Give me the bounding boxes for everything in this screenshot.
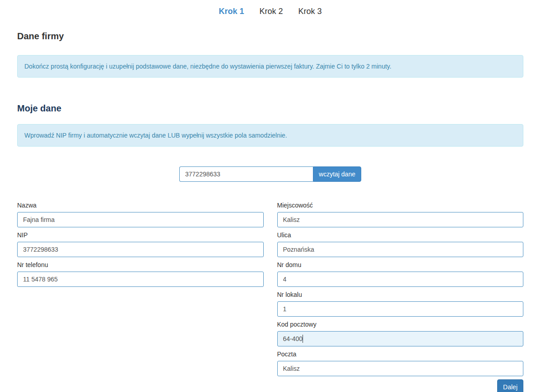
- field-nr-lokalu: Nr lokalu: [277, 290, 524, 317]
- kod-pocztowy-label: Kod pocztowy: [277, 320, 524, 329]
- nr-lokalu-input[interactable]: [277, 301, 524, 317]
- nip-input[interactable]: [17, 242, 264, 257]
- field-ulica: Ulica: [277, 231, 524, 257]
- nazwa-label: Nazwa: [17, 201, 264, 210]
- nip-input-group: wczytaj dane: [179, 166, 361, 182]
- form-actions: Dalej: [277, 379, 524, 392]
- nr-domu-label: Nr domu: [277, 260, 524, 269]
- tab-step-1[interactable]: Krok 1: [219, 7, 244, 16]
- setup-wizard-page: Krok 1 Krok 2 Krok 3 Dane firmy Dokończ …: [17, 0, 523, 392]
- ulica-label: Ulica: [277, 231, 524, 240]
- text-caret: [303, 335, 303, 343]
- nip-loader-row: wczytaj dane: [17, 166, 523, 182]
- nip-info-alert: Wprowadź NIP firmy i automatycznie wczyt…: [17, 124, 523, 147]
- field-nr-telefonu: Nr telefonu: [17, 260, 264, 287]
- ulica-input[interactable]: [277, 242, 524, 257]
- nr-lokalu-label: Nr lokalu: [277, 290, 524, 299]
- nip-lookup-input[interactable]: [179, 166, 313, 182]
- nr-domu-input[interactable]: [277, 272, 524, 287]
- field-nip: NIP: [17, 231, 264, 257]
- nr-telefonu-input[interactable]: [17, 272, 264, 287]
- my-data-section-title: Moje dane: [17, 103, 523, 114]
- field-miejscowosc: Miejscowość: [277, 201, 524, 227]
- tab-step-2[interactable]: Krok 2: [259, 7, 283, 16]
- field-nazwa: Nazwa: [17, 201, 264, 227]
- field-kod-pocztowy: Kod pocztowy: [277, 320, 524, 346]
- field-poczta: Poczta: [277, 350, 524, 376]
- miejscowosc-input[interactable]: [277, 212, 524, 227]
- poczta-label: Poczta: [277, 350, 524, 359]
- company-data-form: Nazwa NIP Nr telefonu Miejscowość: [17, 201, 523, 392]
- company-info-alert: Dokończ prostą konfigurację i uzupełnij …: [17, 55, 523, 78]
- kod-pocztowy-input[interactable]: [277, 331, 524, 346]
- nr-telefonu-label: Nr telefonu: [17, 260, 264, 269]
- form-left-column: Nazwa NIP Nr telefonu: [17, 201, 264, 392]
- poczta-input[interactable]: [277, 361, 524, 376]
- tab-step-3[interactable]: Krok 3: [298, 7, 322, 16]
- load-data-button[interactable]: wczytaj dane: [313, 166, 361, 182]
- next-button[interactable]: Dalej: [497, 379, 523, 392]
- field-nr-domu: Nr domu: [277, 260, 524, 287]
- company-section-title: Dane firmy: [17, 31, 523, 42]
- nip-label: NIP: [17, 231, 264, 240]
- nazwa-input[interactable]: [17, 212, 264, 227]
- miejscowosc-label: Miejscowość: [277, 201, 524, 210]
- form-right-column: Miejscowość Ulica Nr domu Nr lokalu: [277, 201, 524, 392]
- wizard-steps-nav: Krok 1 Krok 2 Krok 3: [17, 0, 523, 16]
